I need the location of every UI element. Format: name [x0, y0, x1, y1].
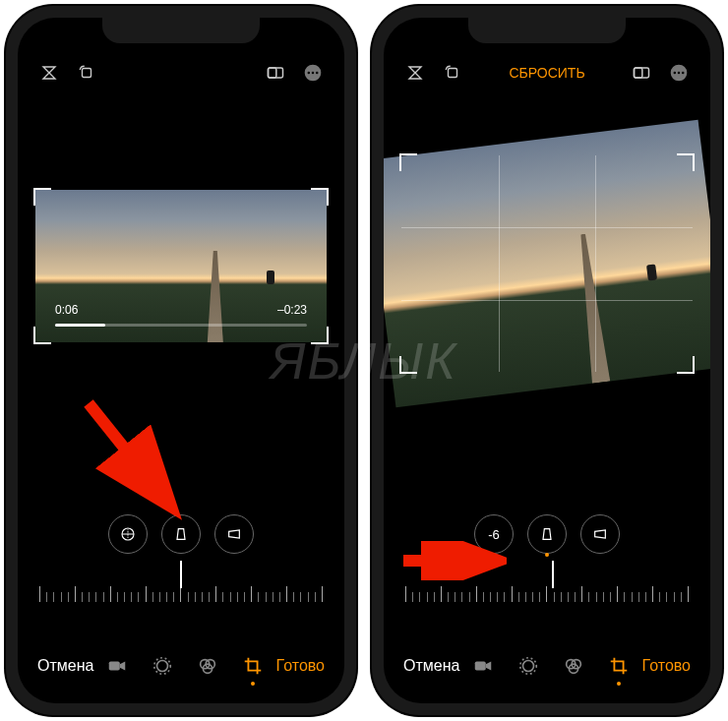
- svg-rect-0: [83, 69, 91, 78]
- svg-point-18: [674, 72, 677, 75]
- done-button[interactable]: Готово: [642, 657, 691, 675]
- crop-corners[interactable]: [401, 155, 693, 372]
- ruler-indicator: [180, 561, 182, 588]
- filters-tab-icon[interactable]: [562, 654, 585, 678]
- reset-button[interactable]: СБРОСИТЬ: [509, 65, 584, 81]
- angle-ruler[interactable]: [405, 571, 689, 602]
- svg-rect-14: [449, 69, 457, 78]
- cancel-button[interactable]: Отмена: [403, 657, 459, 675]
- filters-tab-icon[interactable]: [196, 654, 219, 678]
- svg-point-9: [157, 661, 168, 672]
- crop-tab-icon[interactable]: [241, 654, 265, 678]
- video-scrubber[interactable]: [55, 324, 307, 327]
- svg-rect-16: [635, 68, 642, 78]
- bottom-toolbar: Отмена Готово: [18, 646, 344, 686]
- svg-rect-2: [269, 68, 276, 78]
- flip-vertical-icon[interactable]: [37, 61, 61, 85]
- svg-point-22: [523, 661, 534, 672]
- cancel-button[interactable]: Отмена: [37, 657, 93, 675]
- top-toolbar: СБРОСИТЬ: [384, 57, 710, 89]
- horizontal-perspective-button[interactable]: [214, 514, 254, 554]
- svg-point-19: [678, 72, 681, 75]
- bottom-toolbar: Отмена Готово: [384, 646, 710, 686]
- more-icon[interactable]: [301, 61, 325, 85]
- svg-rect-21: [475, 661, 486, 670]
- phone-mockup-left: 0:06 –0:23 Отмена: [6, 6, 356, 715]
- video-tab-icon[interactable]: [471, 654, 495, 678]
- notch: [468, 18, 626, 43]
- video-preview[interactable]: 0:06 –0:23: [35, 190, 327, 342]
- screen: 0:06 –0:23 Отмена: [18, 18, 344, 703]
- ruler-origin-dot: [545, 553, 549, 557]
- time-remaining: –0:23: [277, 303, 307, 317]
- time-overlay: 0:06 –0:23: [35, 303, 327, 317]
- straighten-button[interactable]: [108, 514, 148, 554]
- ruler-ticks: [405, 571, 689, 602]
- svg-rect-1: [269, 68, 283, 78]
- svg-point-6: [316, 72, 319, 75]
- rotate-icon[interactable]: [441, 61, 464, 85]
- aspect-ratio-icon[interactable]: [264, 61, 287, 85]
- ruler-indicator: [552, 561, 554, 588]
- svg-point-20: [682, 72, 685, 75]
- adjust-tab-icon[interactable]: [151, 654, 174, 678]
- vertical-perspective-button[interactable]: [161, 514, 201, 554]
- adjust-button-row: [18, 514, 344, 554]
- svg-rect-8: [109, 661, 120, 670]
- time-current: 0:06: [55, 303, 78, 317]
- done-button[interactable]: Готово: [276, 657, 325, 675]
- video-preview[interactable]: [401, 155, 693, 372]
- screen: СБРОСИТЬ -6: [384, 18, 710, 703]
- aspect-ratio-icon[interactable]: [630, 61, 653, 85]
- straighten-button[interactable]: -6: [474, 514, 514, 554]
- straighten-value: -6: [488, 527, 500, 542]
- notch: [102, 18, 260, 43]
- crop-tab-icon[interactable]: [607, 654, 631, 678]
- video-tab-icon[interactable]: [105, 654, 129, 678]
- more-icon[interactable]: [667, 61, 691, 85]
- vertical-perspective-button[interactable]: [527, 514, 567, 554]
- flip-vertical-icon[interactable]: [403, 61, 427, 85]
- rotate-icon[interactable]: [75, 61, 98, 85]
- phone-mockup-right: СБРОСИТЬ -6: [372, 6, 722, 715]
- adjust-tab-icon[interactable]: [516, 654, 540, 678]
- crop-corners[interactable]: [35, 190, 327, 342]
- angle-ruler[interactable]: [39, 571, 323, 602]
- top-toolbar: [18, 57, 344, 89]
- svg-point-4: [308, 72, 311, 75]
- svg-rect-15: [635, 68, 649, 78]
- adjust-button-row: -6: [384, 514, 710, 554]
- horizontal-perspective-button[interactable]: [580, 514, 620, 554]
- svg-point-5: [312, 72, 315, 75]
